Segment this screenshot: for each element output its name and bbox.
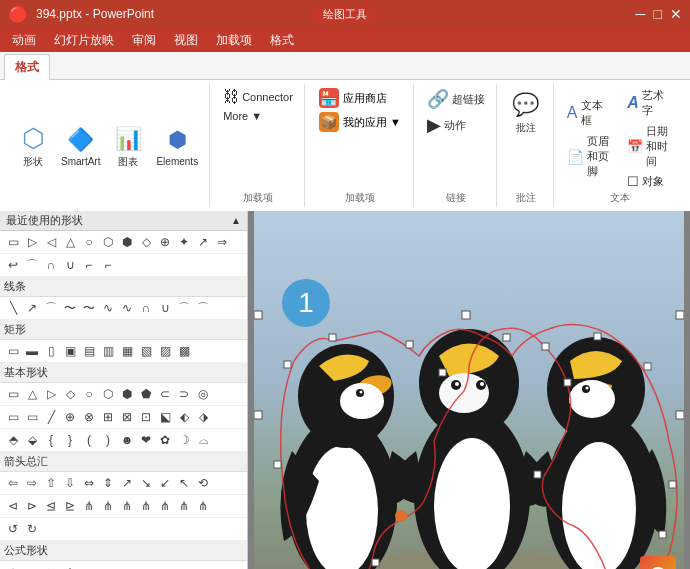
shape-item[interactable]: ⬙ (23, 431, 41, 449)
shape-item[interactable]: ▤ (80, 342, 98, 360)
shape-item[interactable]: ) (99, 431, 117, 449)
shape-item[interactable]: ⋔ (137, 497, 155, 515)
shape-item[interactable]: ▬ (23, 342, 41, 360)
maximize-btn[interactable]: □ (654, 6, 662, 22)
shape-item[interactable]: ↘ (137, 474, 155, 492)
shape-item[interactable]: ▩ (175, 342, 193, 360)
shape-item[interactable]: ⊗ (80, 408, 98, 426)
shape-item[interactable]: △ (61, 233, 79, 251)
shape-item[interactable]: ⇒ (213, 233, 231, 251)
menu-addins[interactable]: 加载项 (208, 30, 260, 51)
shape-item[interactable]: ⊵ (61, 497, 79, 515)
shape-item[interactable]: ⊲ (4, 497, 22, 515)
shape-item[interactable]: − (23, 563, 41, 569)
shape-item[interactable]: ⋔ (175, 497, 193, 515)
chart-button[interactable]: 📊 图表 (107, 120, 149, 172)
shape-item[interactable]: { (42, 431, 60, 449)
shape-item[interactable]: ⌐ (80, 256, 98, 274)
shape-item[interactable]: ⌒ (194, 299, 212, 317)
elements-button[interactable]: ⬢ Elements (151, 121, 203, 170)
shapes-button[interactable]: ⬡ 形状 (12, 120, 54, 172)
shape-item[interactable]: ▭ (4, 233, 22, 251)
shape-item[interactable]: ❤ (137, 431, 155, 449)
shape-item[interactable]: ⋔ (194, 497, 212, 515)
shape-item[interactable]: ◇ (61, 385, 79, 403)
shape-item[interactable]: ✦ (175, 233, 193, 251)
scroll-up-icon[interactable]: ▲ (231, 215, 241, 226)
menu-view[interactable]: 视图 (166, 30, 206, 51)
shape-item[interactable]: ▷ (23, 233, 41, 251)
drawing-tools-tab[interactable]: 绘图工具 (311, 5, 379, 24)
shape-item[interactable]: ▭ (4, 408, 22, 426)
shape-item[interactable]: ∪ (61, 256, 79, 274)
shape-item[interactable]: ☽ (175, 431, 193, 449)
shape-item[interactable]: ⋔ (80, 497, 98, 515)
shape-item[interactable]: ⊳ (23, 497, 41, 515)
shape-item[interactable]: ⬕ (156, 408, 174, 426)
shape-item[interactable]: ⊕ (61, 408, 79, 426)
shape-item[interactable]: ⊞ (99, 408, 117, 426)
shape-item[interactable]: ⌒ (42, 299, 60, 317)
shape-item[interactable]: ↖ (175, 474, 193, 492)
connector-button[interactable]: ⛓ Connector (218, 86, 298, 108)
shape-item[interactable]: ⬢ (118, 233, 136, 251)
shape-item[interactable]: ▭ (23, 408, 41, 426)
shape-item[interactable]: ◎ (194, 385, 212, 403)
app-store-button[interactable]: 🏪 应用商店 (313, 86, 407, 110)
my-apps-button[interactable]: 📦 我的应用 ▼ (313, 110, 407, 134)
shape-item[interactable]: ⬡ (99, 233, 117, 251)
shape-item[interactable]: ∪ (156, 299, 174, 317)
shape-item[interactable]: ☻ (118, 431, 136, 449)
shape-item[interactable]: } (61, 431, 79, 449)
shape-item[interactable]: ▧ (137, 342, 155, 360)
shape-item[interactable]: ○ (80, 385, 98, 403)
shape-item[interactable]: ▦ (118, 342, 136, 360)
shape-item[interactable]: ╲ (4, 299, 22, 317)
menu-animation[interactable]: 动画 (4, 30, 44, 51)
shape-item[interactable]: ▥ (99, 342, 117, 360)
shape-item[interactable]: ⋔ (156, 497, 174, 515)
shape-item[interactable]: ⊠ (118, 408, 136, 426)
shape-item[interactable]: 〜 (61, 299, 79, 317)
shape-item[interactable]: ∿ (118, 299, 136, 317)
menu-slideshow[interactable]: 幻灯片放映 (46, 30, 122, 51)
datetime-button[interactable]: 📅 日期和时间 (622, 122, 678, 171)
shape-item[interactable]: + (4, 563, 22, 569)
shape-item[interactable]: ⋔ (99, 497, 117, 515)
shape-item[interactable]: ⬗ (194, 408, 212, 426)
shape-item[interactable]: ⌐ (99, 256, 117, 274)
shape-item[interactable]: ∩ (137, 299, 155, 317)
smartart-button[interactable]: 🔷 SmartArt (56, 121, 105, 170)
shape-item[interactable]: ⬢ (118, 385, 136, 403)
shape-item[interactable]: ○ (80, 233, 98, 251)
minimize-btn[interactable]: ─ (636, 6, 646, 22)
shape-item[interactable]: ⊕ (156, 233, 174, 251)
tab-format[interactable]: 格式 (4, 54, 50, 80)
object-button[interactable]: ☐ 对象 (622, 172, 678, 191)
shape-item[interactable]: ✿ (156, 431, 174, 449)
shape-item[interactable]: ⇨ (23, 474, 41, 492)
shape-item[interactable]: ▣ (61, 342, 79, 360)
shape-item[interactable]: ⌓ (194, 431, 212, 449)
shape-item[interactable]: ( (80, 431, 98, 449)
shape-item[interactable]: ▭ (4, 342, 22, 360)
shape-item[interactable]: ⇕ (99, 474, 117, 492)
more-button[interactable]: More ▼ (218, 108, 298, 124)
shape-item[interactable]: × (42, 563, 60, 569)
shape-item[interactable]: ⇔ (80, 474, 98, 492)
shape-item[interactable]: ⇦ (4, 474, 22, 492)
shape-item[interactable]: ⬟ (137, 385, 155, 403)
shape-item[interactable]: ▯ (42, 342, 60, 360)
shape-item[interactable]: ↙ (156, 474, 174, 492)
textbox-button[interactable]: A 文本框 (562, 96, 618, 130)
shape-item[interactable]: ⬡ (99, 385, 117, 403)
shape-item[interactable]: ╱ (42, 408, 60, 426)
shape-item[interactable]: ▷ (42, 385, 60, 403)
shape-item[interactable]: △ (23, 385, 41, 403)
action-button[interactable]: ▶ 动作 (422, 112, 490, 138)
shape-item[interactable]: ⊂ (156, 385, 174, 403)
shape-item[interactable]: ▨ (156, 342, 174, 360)
shape-item[interactable]: ▭ (4, 385, 22, 403)
wordart-button[interactable]: A 艺术字 (622, 86, 678, 120)
shape-item[interactable]: ⬖ (175, 408, 193, 426)
